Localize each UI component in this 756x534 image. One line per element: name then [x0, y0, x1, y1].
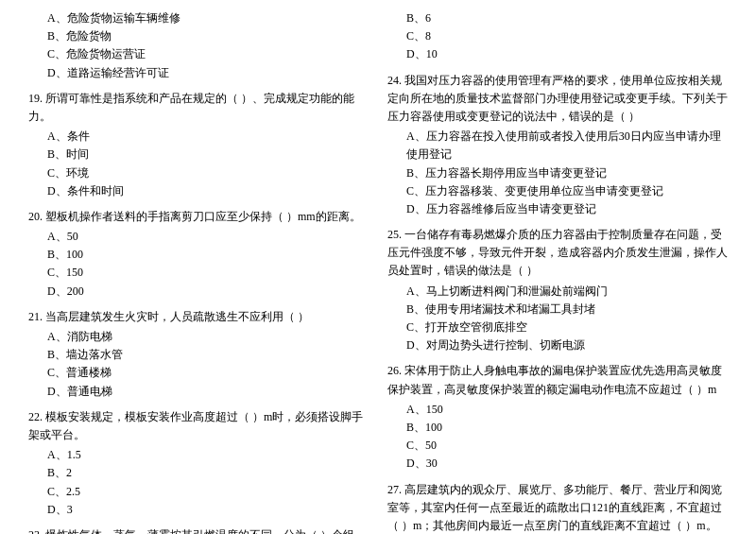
question-block: 22. 模板安装规定，模板安装作业高度超过（ ）m时，必须搭设脚手架或平台。A、…	[28, 408, 369, 519]
question-block: A、危险货物运输车辆维修B、危险货物C、危险货物运营证D、道路运输经营许可证	[28, 9, 369, 82]
option[interactable]: B、压力容器长期停用应当申请变更登记	[387, 164, 728, 182]
question-block: 27. 高层建筑内的观众厅、展览厅、多功能厅、餐厅、营业厅和阅览室等，其室内任何…	[387, 481, 728, 535]
option[interactable]: A、50	[28, 228, 369, 246]
option[interactable]: B、危险货物	[28, 27, 369, 45]
question-block: 20. 塑板机操作者送料的手指离剪刀口应至少保持（ ）mm的距离。A、50B、1…	[28, 208, 369, 301]
option[interactable]: C、2.5	[28, 483, 369, 501]
option[interactable]: A、消防电梯	[28, 328, 369, 346]
question-block: 24. 我国对压力容器的使用管理有严格的要求，使用单位应按相关规定向所在地的质量…	[387, 72, 728, 219]
question-text: 23. 爆炸性气体、蒸气、薄雾按其引燃温度的不同，分为（ ）个组别。	[28, 526, 369, 534]
option[interactable]: A、马上切断进料阀门和泄漏处前端阀门	[387, 283, 728, 301]
question-block: 26. 宋体用于防止人身触电事故的漏电保护装置应优先选用高灵敏度保护装置，高灵敏…	[387, 362, 728, 473]
option[interactable]: A、150	[387, 401, 728, 419]
question-block: 25. 一台储存有毒易燃爆介质的压力容器由于控制质量存在问题，受压元件强度不够，…	[387, 226, 728, 354]
option[interactable]: C、50	[387, 437, 728, 455]
question-text: 27. 高层建筑内的观众厅、展览厅、多功能厅、餐厅、营业厅和阅览室等，其室内任何…	[387, 481, 728, 535]
option[interactable]: C、8	[387, 27, 728, 45]
option[interactable]: A、压力容器在投入使用前或者投入使用后30日内应当申请办理使用登记	[387, 128, 728, 164]
page-container: A、危险货物运输车辆维修B、危险货物C、危险货物运营证D、道路运输经营许可证19…	[0, 0, 756, 534]
option[interactable]: B、使用专用堵漏技术和堵漏工具封堵	[387, 301, 728, 319]
option[interactable]: D、道路运输经营许可证	[28, 64, 369, 82]
option[interactable]: C、危险货物运营证	[28, 45, 369, 63]
option[interactable]: C、150	[28, 264, 369, 282]
option[interactable]: B、100	[387, 419, 728, 437]
question-text: 21. 当高层建筑发生火灾时，人员疏散逃生不应利用（ ）	[28, 308, 369, 326]
option[interactable]: C、环境	[28, 164, 369, 182]
option[interactable]: B、墙边落水管	[28, 346, 369, 364]
right-column: B、6C、8D、1024. 我国对压力容器的使用管理有严格的要求，使用单位应按相…	[387, 9, 728, 534]
option[interactable]: D、3	[28, 501, 369, 519]
option[interactable]: B、6	[387, 9, 728, 27]
option[interactable]: D、对周边势头进行控制、切断电源	[387, 336, 728, 354]
left-column: A、危险货物运输车辆维修B、危险货物C、危险货物运营证D、道路运输经营许可证19…	[28, 9, 369, 534]
option[interactable]: C、普通楼梯	[28, 364, 369, 382]
option[interactable]: D、条件和时间	[28, 182, 369, 200]
option[interactable]: A、危险货物运输车辆维修	[28, 9, 369, 27]
option[interactable]: C、压力容器移装、变更使用单位应当申请变更登记	[387, 182, 728, 200]
question-text: 20. 塑板机操作者送料的手指离剪刀口应至少保持（ ）mm的距离。	[28, 208, 369, 226]
question-block: B、6C、8D、10	[387, 9, 728, 64]
two-column-layout: A、危险货物运输车辆维修B、危险货物C、危险货物运营证D、道路运输经营许可证19…	[28, 9, 728, 534]
question-text: 22. 模板安装规定，模板安装作业高度超过（ ）m时，必须搭设脚手架或平台。	[28, 408, 369, 444]
question-text: 24. 我国对压力容器的使用管理有严格的要求，使用单位应按相关规定向所在地的质量…	[387, 72, 728, 127]
question-text: 25. 一台储存有毒易燃爆介质的压力容器由于控制质量存在问题，受压元件强度不够，…	[387, 226, 728, 281]
option[interactable]: D、10	[387, 45, 728, 63]
option[interactable]: A、1.5	[28, 446, 369, 464]
question-text: 26. 宋体用于防止人身触电事故的漏电保护装置应优先选用高灵敏度保护装置，高灵敏…	[387, 362, 728, 398]
question-block: 23. 爆炸性气体、蒸气、薄雾按其引燃温度的不同，分为（ ）个组别。A、4	[28, 526, 369, 534]
option[interactable]: B、100	[28, 246, 369, 264]
question-block: 21. 当高层建筑发生火灾时，人员疏散逃生不应利用（ ）A、消防电梯B、墙边落水…	[28, 308, 369, 401]
option[interactable]: B、时间	[28, 146, 369, 164]
option[interactable]: C、打开放空管彻底排空	[387, 319, 728, 336]
option[interactable]: D、普通电梯	[28, 383, 369, 401]
option[interactable]: A、条件	[28, 128, 369, 146]
question-text: 19. 所谓可靠性是指系统和产品在规定的（ ）、完成规定功能的能力。	[28, 90, 369, 126]
option[interactable]: D、压力容器维修后应当申请变更登记	[387, 200, 728, 218]
option[interactable]: D、30	[387, 455, 728, 473]
question-block: 19. 所谓可靠性是指系统和产品在规定的（ ）、完成规定功能的能力。A、条件B、…	[28, 90, 369, 200]
option[interactable]: B、2	[28, 464, 369, 482]
option[interactable]: D、200	[28, 283, 369, 301]
